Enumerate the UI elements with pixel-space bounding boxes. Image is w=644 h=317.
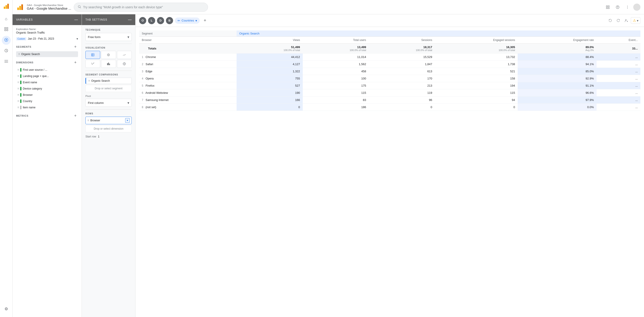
svg-point-25: [93, 63, 94, 64]
row-num-2: 3: [142, 70, 145, 73]
viz-bar-btn[interactable]: [101, 60, 116, 68]
tab-add-btn[interactable]: +: [202, 17, 209, 24]
totals-total-users: 13,499 100.0% of total: [303, 44, 369, 54]
segment-comparison-chip[interactable]: ⠿ Organic Search: [86, 78, 132, 84]
browser-name-0: Chrome: [146, 55, 156, 59]
segment-chip-organic-search[interactable]: ⠿ Organic Search: [16, 51, 78, 57]
dimension-item-5[interactable]: ⠿ Country: [16, 98, 78, 104]
tab-avatar-o[interactable]: O: [139, 17, 146, 24]
warning-btn[interactable]: ⚠ ▾: [631, 17, 640, 24]
row-number-5: 6 Android Webview: [139, 89, 236, 97]
grid-view-btn[interactable]: [604, 3, 612, 11]
engaged-sessions-1: 1,738: [435, 61, 518, 68]
dimension-item-4[interactable]: ⠿ Browser: [16, 92, 78, 98]
date-range-row[interactable]: Custom Jan 23 - Feb 21, 2023 ▾: [16, 37, 78, 41]
viz-donut-btn[interactable]: [101, 51, 116, 59]
data-table-container[interactable]: Segment Organic Search Browser Views Tot…: [136, 27, 644, 317]
tab-avatar-d[interactable]: D: [157, 17, 164, 24]
dimensions-add-btn[interactable]: +: [73, 60, 78, 65]
events-5: ...: [596, 89, 640, 97]
rows-section: ⠿ Browser ✕ Drop or select dimension: [86, 117, 132, 132]
total-users-5: 115: [303, 89, 369, 97]
variables-minimize-btn[interactable]: —: [74, 18, 78, 22]
svg-point-27: [92, 63, 92, 64]
date-badge: Custom: [16, 37, 26, 41]
row-number-4: 5 Firefox: [139, 82, 236, 89]
sessions-7: 0: [369, 104, 435, 111]
dimension-item-1[interactable]: ⠿ Landing page + que...: [16, 73, 78, 79]
redo-btn[interactable]: [615, 17, 622, 24]
technique-dropdown[interactable]: Free form ▾: [86, 33, 132, 41]
svg-rect-13: [606, 6, 607, 7]
active-tab-countries[interactable]: ✏ Countries ▾: [175, 18, 200, 24]
user-avatar[interactable]: [633, 4, 640, 11]
undo-btn[interactable]: [607, 17, 614, 24]
events-3: ...: [596, 75, 640, 82]
svg-point-8: [6, 39, 7, 40]
segments-add-btn[interactable]: +: [73, 44, 78, 50]
nav-home-btn[interactable]: ⌂: [2, 14, 11, 23]
tab-avatar-l[interactable]: L: [148, 17, 155, 24]
dimension-label-1: Landing page + que...: [23, 75, 77, 78]
explore-icon: [4, 38, 8, 43]
browser-name-5: Android Webview: [145, 91, 168, 95]
add-user-btn[interactable]: [623, 17, 630, 24]
viz-scatter-btn[interactable]: [86, 60, 100, 68]
row-chip-remove-btn[interactable]: ✕: [125, 118, 130, 123]
start-row-row: Start row 1: [86, 135, 132, 138]
viz-table-btn[interactable]: [86, 51, 100, 59]
events-7: ...: [596, 104, 640, 111]
viz-globe-btn[interactable]: [117, 60, 132, 68]
nav-reports-btn[interactable]: [2, 25, 11, 34]
svg-point-26: [94, 63, 94, 63]
drop-dimension-zone[interactable]: Drop or select dimension: [86, 125, 132, 132]
analytics-logo-icon: [16, 3, 24, 11]
header-actions: [604, 3, 640, 11]
row-chip-browser[interactable]: ⠿ Browser ✕: [86, 117, 132, 124]
table-row: 6 Android Webview 190 115 119 115 96.6% …: [139, 89, 640, 97]
svg-point-23: [108, 54, 109, 55]
svg-rect-3: [4, 27, 6, 29]
svg-rect-11: [21, 4, 23, 10]
more-btn[interactable]: [624, 3, 632, 11]
engagement-rate-1: 94.1%: [518, 61, 596, 68]
dimension-label-5: Country: [23, 100, 77, 103]
header-title-group: GA4 - Google Merchandise Store GA4 - Goo…: [27, 4, 71, 10]
nav-settings-btn[interactable]: ⚙: [2, 304, 11, 313]
dimension-item-3[interactable]: ⠿ Device category: [16, 86, 78, 92]
advertising-icon: [4, 48, 8, 54]
views-3: 755: [236, 75, 303, 82]
main-data-area: O L D B ✏ Countries ▾ +: [136, 14, 644, 317]
dimension-item-6[interactable]: ⠿ Item name: [16, 105, 78, 110]
pivot-chevron-icon: ▾: [128, 101, 129, 105]
drop-segment-zone[interactable]: Drop or select segment: [86, 85, 132, 92]
viz-line-btn[interactable]: [117, 51, 132, 59]
variables-content: Exploration Name: Organic Search Traffic…: [12, 25, 82, 317]
dimension-item-2[interactable]: ⠿ Event name: [16, 80, 78, 85]
help-btn[interactable]: [614, 3, 622, 11]
metrics-add-btn[interactable]: +: [73, 113, 78, 118]
tab-avatar-b[interactable]: B: [166, 17, 173, 24]
segments-title: SEGMENTS: [16, 46, 73, 48]
dimension-item-0[interactable]: ⠿ First user source / ...: [16, 67, 78, 73]
views-value-4: 527: [295, 84, 300, 87]
pivot-dropdown[interactable]: First column ▾: [86, 99, 132, 107]
svg-rect-16: [608, 8, 609, 9]
engagement-rate-value-6: 97.9%: [586, 98, 594, 102]
views-7: 0: [236, 104, 303, 111]
nav-explore-btn[interactable]: [2, 36, 11, 45]
table-row: 2 Safari 4,127 1,562 1,847 1,738 94.1% .…: [139, 61, 640, 68]
configure-icon: [4, 59, 8, 65]
browser-name-6: Samsung Internet: [146, 98, 168, 102]
dimension-label-3: Device category: [23, 87, 77, 90]
app-logo[interactable]: [2, 2, 11, 11]
dimension-color-5: [20, 99, 22, 103]
views-4: 527: [236, 82, 303, 89]
search-bar[interactable]: Try searching "MoM growth in users for e…: [74, 3, 208, 12]
technique-label: TECHNIQUE: [86, 29, 132, 31]
nav-advertising-btn[interactable]: [2, 47, 11, 56]
svg-rect-0: [4, 7, 5, 9]
svg-rect-5: [4, 29, 6, 31]
tab-settings-minimize-btn[interactable]: —: [128, 18, 132, 22]
nav-configure-btn[interactable]: [2, 57, 11, 66]
